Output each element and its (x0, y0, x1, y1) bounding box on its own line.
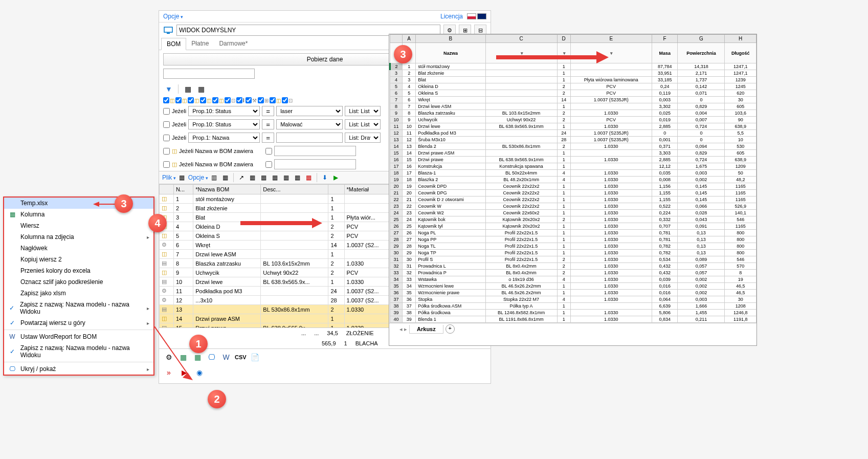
grid-col-header[interactable] (328, 185, 344, 194)
filter-list-2[interactable]: List: List 4 (345, 119, 381, 129)
chk-11[interactable]: ⊡ (282, 97, 293, 103)
excel-row[interactable]: 1211Podkładka pod M3241.0037 (S235JR)005… (390, 130, 756, 137)
excel-row[interactable]: 2827Noga PPProfil 22x22x1.511.03300,7810… (390, 236, 756, 243)
cm-kolumna-zdjecia[interactable]: Kolumna na zdjęcia▸ (4, 231, 153, 243)
filter-chk-4b[interactable] (265, 148, 272, 155)
excel-row[interactable]: 2625Kątownik tyłKątownik 20x20x211.03300… (390, 223, 756, 230)
filter-val-5[interactable] (274, 159, 356, 169)
funnel-icon[interactable]: ▼ (163, 84, 174, 94)
excel-preview[interactable]: ABCDEFGH 1 Nazwa ▾ ▾ ▾ Masa Powierzchnia… (389, 34, 757, 346)
flag-pl-icon[interactable] (467, 13, 476, 19)
excel-row[interactable]: 109UchwycikUchwyt 90x222PCV0,0190,00790 (390, 117, 756, 123)
excel-row[interactable]: 1716KonstrukcjaKonstrukcja spawana112,12… (390, 163, 756, 170)
filter-val-3[interactable] (276, 133, 343, 143)
gt-icon-2[interactable]: ▥ (209, 173, 219, 182)
excel-col-header[interactable]: A (403, 35, 416, 43)
gt-icon-7[interactable]: ▦ (270, 173, 280, 182)
filter-val-4[interactable] (274, 146, 356, 156)
chk-10[interactable]: ◫ (270, 97, 281, 103)
excel-row[interactable]: 65Okleina S2PCV0,1190,071620 (390, 90, 756, 97)
excel-row[interactable]: 3433Wstawkao 19x19 d3641.03300,0390,0021… (390, 276, 756, 283)
tool-icon-1[interactable]: ▦ (182, 84, 193, 94)
chk-6[interactable]: ⊡ (225, 97, 235, 103)
chk-3[interactable]: ◫ (188, 97, 199, 103)
excel-row[interactable]: 3736StopkaStopka 22x22 M741.03300,0640,0… (390, 296, 756, 303)
filter-val-2[interactable]: Malować (276, 119, 343, 129)
gt-icon-8[interactable]: ▦ (281, 173, 292, 182)
teamviewer-icon[interactable]: ◉ (194, 367, 205, 378)
filter-op-3[interactable] (262, 133, 274, 143)
excel-row[interactable]: 2726Noga PLProfil 22x22x1.511.03300,7810… (390, 230, 756, 236)
excel-row[interactable]: 1110Drzwi leweBL 638.9x565.9x1mm11.03302… (390, 123, 756, 130)
tab-platne[interactable]: Płatne (186, 38, 214, 50)
tab-bom[interactable]: BOM (161, 38, 186, 50)
gt-icon-6[interactable]: ▦ (259, 173, 269, 182)
excel-row[interactable]: 1817Blasza-1BL 50x22x4mm41.03300,0350,00… (390, 170, 756, 177)
excel-col-header[interactable]: G (678, 35, 725, 43)
sheet-tab-arkusz[interactable]: Arkusz (409, 325, 443, 334)
excel-row[interactable]: 54Okleina D2PCV0,240,1421245 (390, 83, 756, 90)
filter-chk-4[interactable] (163, 148, 170, 155)
filter-prop-2[interactable]: Prop.10: Status (188, 119, 260, 129)
bt-word-icon[interactable]: W (220, 352, 232, 362)
tool-icon-2[interactable]: ▦ (195, 84, 207, 94)
excel-row[interactable]: 32Blat złożenie133,9512,1711247,1 (390, 70, 756, 77)
excel-row[interactable]: 2423Ceownik W2Ceownik 22x60x211.03300,22… (390, 210, 756, 216)
filter-val-1[interactable]: laser (276, 106, 343, 116)
filter-list-1[interactable]: List: List 3 (345, 106, 381, 116)
cm-kolumna[interactable]: ▦Kolumna (4, 209, 153, 220)
gt-play-icon[interactable]: ▶ (331, 173, 341, 182)
chk-8[interactable]: ⚒ (246, 97, 257, 103)
tab-darmowe[interactable]: Darmowe* (214, 38, 253, 50)
filter-chk-3[interactable] (163, 135, 170, 141)
excel-row[interactable]: 3837Półka środkowa ASMPółka typ A16,6391… (390, 303, 756, 310)
excel-row[interactable]: 1312Śruba M3x10281.0037 (S235JR)0,001010 (390, 137, 756, 143)
gt-pdf-icon[interactable]: ▦ (304, 173, 314, 182)
filter-chk-5[interactable] (163, 161, 170, 168)
grid-col-header[interactable]: *Nazwa BOM (193, 185, 261, 194)
grid-col-header[interactable]: Desc... (261, 185, 328, 194)
chk-9[interactable]: ⊞ (258, 97, 269, 103)
chk-7[interactable]: I (236, 97, 244, 103)
cm-wordreport[interactable]: WUstaw WordReport for BOM (4, 331, 153, 342)
excel-row[interactable]: 4039Blenda 1BL 1191.8x86.8x1mm11.03300,8… (390, 316, 756, 323)
chk-2[interactable]: ◫ (175, 97, 187, 103)
excel-row[interactable]: 3938Półka środkowaBL 1246.8x582.8x1mm11.… (390, 310, 756, 316)
excel-col-header[interactable]: D (557, 35, 570, 43)
excel-row[interactable]: 76Wkręt141.0037 (S235JR)0,003030 (390, 97, 756, 103)
bt-file-icon[interactable]: 📄 (250, 352, 261, 362)
excel-row[interactable]: 3534Wzmocnieni leweBL 46.5x26.2x2mm11.03… (390, 283, 756, 290)
cm-wiersz[interactable]: Wiersz (4, 220, 153, 231)
chk-5[interactable]: ◫ (212, 97, 224, 103)
gt-icon-11[interactable]: ⬇ (320, 173, 330, 182)
cm-zapisz-nazwa-2[interactable]: ✓Zapisz z nazwą: Nazwa modelu - nazwa Wi… (4, 342, 153, 361)
chk-1[interactable]: ◫ (163, 97, 174, 103)
cm-naglowek[interactable]: Nagłówek (4, 243, 153, 254)
excel-row[interactable]: 2120Ceownik DPGCeownik 22x22x211.03301,1… (390, 190, 756, 196)
excel-row[interactable]: 3635Wzmocnienie praweBL 46.5x26.2x2mm11.… (390, 290, 756, 296)
license-link[interactable]: Licencja (440, 13, 463, 20)
excel-col-header[interactable]: H (725, 35, 756, 43)
filter-op-1[interactable] (262, 106, 274, 116)
excel-row[interactable]: 1615Drzwi praweBL 638.9x565.9x1mm11.0330… (390, 157, 756, 163)
excel-row[interactable]: 2928Noga TLProfil 22x22x1.511.03300,7820… (390, 243, 756, 250)
options-menu[interactable]: Opcje (163, 13, 183, 20)
gt-icon-5[interactable]: ▦ (248, 173, 258, 182)
excel-row[interactable]: 2019Ceownik DPDCeownik 22x22x211.03301,1… (390, 183, 756, 190)
cm-kopiuj[interactable]: Kopiuj wiersz 2 (4, 254, 153, 265)
excel-col-header[interactable]: C (485, 35, 557, 43)
search-input[interactable] (163, 69, 255, 79)
excel-row[interactable]: 3231Prowadnica LBL 8x0.4x2mm21.03300,432… (390, 263, 756, 270)
gt-icon-9[interactable]: ▦ (293, 173, 303, 182)
flag-uk-icon[interactable] (477, 13, 486, 19)
gt-icon-4[interactable]: ↗ (236, 173, 247, 182)
excel-row[interactable]: 1918Blaszka 2BL 48.2x20x1mm41.03300,0080… (390, 177, 756, 183)
excel-row[interactable]: 1514Drzwi prawe ASM13,3030,829605 (390, 150, 756, 157)
grid-col-header[interactable]: N... (173, 185, 193, 194)
filter-op-2[interactable] (262, 119, 274, 129)
excel-row[interactable]: 21stół montażowy187,78414,3181247,1 (390, 63, 756, 70)
excel-row[interactable]: 43Blat1Płyta wiórowa laminowana33,1851,7… (390, 77, 756, 83)
grid-col-header[interactable] (160, 185, 174, 194)
plik-menu[interactable]: Plik (162, 174, 176, 181)
filter-chk-1[interactable] (163, 108, 170, 115)
